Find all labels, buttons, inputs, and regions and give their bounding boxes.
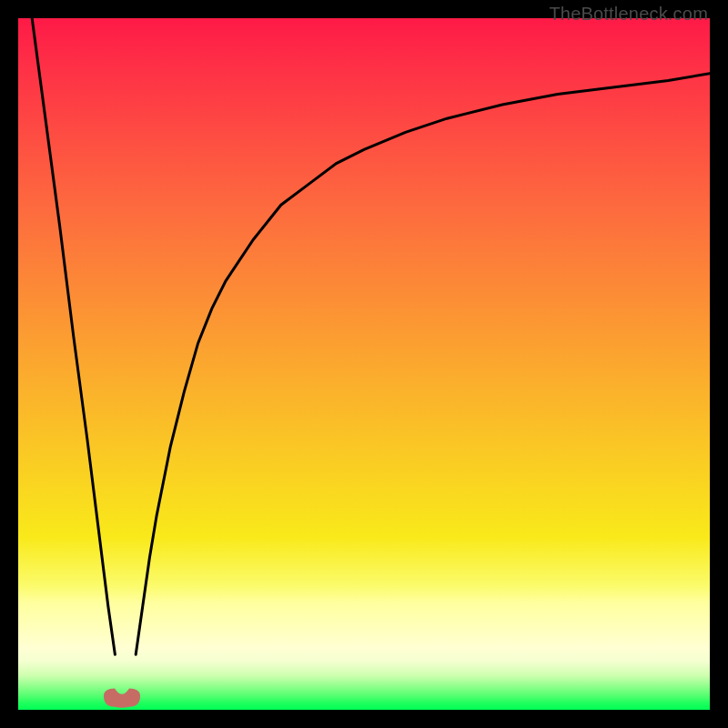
minimum-marker-bean xyxy=(104,688,140,707)
chart-svg xyxy=(18,18,710,710)
curve-right-branch xyxy=(136,74,710,654)
curve-left-branch xyxy=(32,18,115,654)
